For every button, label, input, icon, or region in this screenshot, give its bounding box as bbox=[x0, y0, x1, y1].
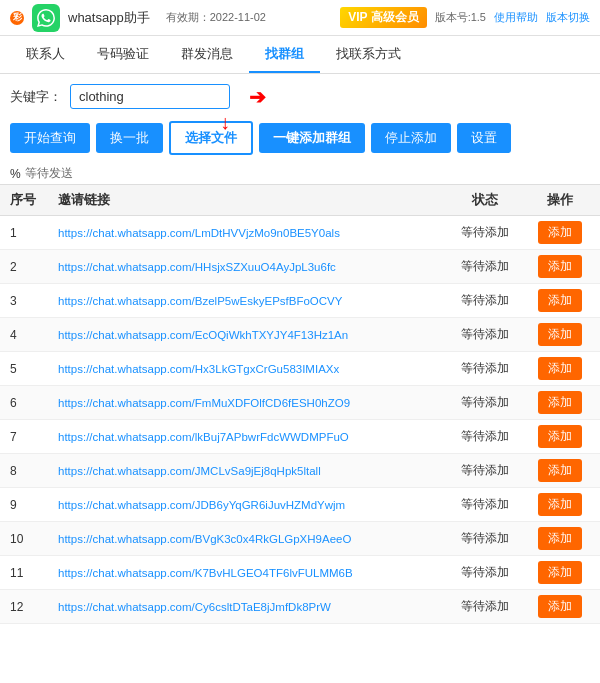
table-row: 11 https://chat.whatsapp.com/K7BvHLGEO4T… bbox=[0, 556, 600, 590]
row-num: 6 bbox=[10, 396, 58, 410]
row-num: 12 bbox=[10, 600, 58, 614]
row-link[interactable]: https://chat.whatsapp.com/BzelP5wEskyEPs… bbox=[58, 295, 440, 307]
tab-group-message[interactable]: 群发消息 bbox=[165, 37, 249, 73]
tab-contacts[interactable]: 联系人 bbox=[10, 37, 81, 73]
row-link[interactable]: https://chat.whatsapp.com/K7BvHLGEO4TF6l… bbox=[58, 567, 440, 579]
row-num: 7 bbox=[10, 430, 58, 444]
search-input-wrapper: ➔ bbox=[70, 84, 230, 109]
row-action: 添加 bbox=[530, 323, 590, 346]
stop-add-button[interactable]: 停止添加 bbox=[371, 123, 451, 153]
row-link[interactable]: https://chat.whatsapp.com/HHsjxSZXuuO4Ay… bbox=[58, 261, 440, 273]
row-link[interactable]: https://chat.whatsapp.com/Hx3LkGTgxCrGu5… bbox=[58, 363, 440, 375]
table-row: 2 https://chat.whatsapp.com/HHsjxSZXuuO4… bbox=[0, 250, 600, 284]
add-button[interactable]: 添加 bbox=[538, 289, 582, 312]
row-action: 添加 bbox=[530, 493, 590, 516]
buttons-row: 开始查询 换一批 选择文件 一键添加群组 停止添加 设置 ↓ bbox=[0, 115, 600, 163]
row-num: 5 bbox=[10, 362, 58, 376]
row-link[interactable]: https://chat.whatsapp.com/Cy6csltDTaE8jJ… bbox=[58, 601, 440, 613]
add-button[interactable]: 添加 bbox=[538, 391, 582, 414]
table-row: 12 https://chat.whatsapp.com/Cy6csltDTaE… bbox=[0, 590, 600, 624]
row-status: 等待添加 bbox=[440, 360, 530, 377]
row-link[interactable]: https://chat.whatsapp.com/JDB6yYqGR6iJuv… bbox=[58, 499, 440, 511]
row-num: 3 bbox=[10, 294, 58, 308]
row-num: 1 bbox=[10, 226, 58, 240]
add-button[interactable]: 添加 bbox=[538, 595, 582, 618]
arrow-indicator-1: ➔ bbox=[249, 85, 266, 109]
table-row: 10 https://chat.whatsapp.com/BVgK3c0x4Rk… bbox=[0, 522, 600, 556]
tab-find-contact[interactable]: 找联系方式 bbox=[320, 37, 417, 73]
table-row: 6 https://chat.whatsapp.com/FmMuXDFOlfCD… bbox=[0, 386, 600, 420]
row-link[interactable]: https://chat.whatsapp.com/lkBuj7APbwrFdc… bbox=[58, 431, 440, 443]
arrow-indicator-2: ↓ bbox=[220, 111, 230, 134]
row-link[interactable]: https://chat.whatsapp.com/BVgK3c0x4RkGLG… bbox=[58, 533, 440, 545]
version-info: 版本号:1.5 bbox=[435, 10, 486, 25]
row-action: 添加 bbox=[530, 391, 590, 414]
add-button[interactable]: 添加 bbox=[538, 459, 582, 482]
row-action: 添加 bbox=[530, 527, 590, 550]
add-button[interactable]: 添加 bbox=[538, 527, 582, 550]
row-status: 等待添加 bbox=[440, 564, 530, 581]
row-status: 等待添加 bbox=[440, 462, 530, 479]
add-button[interactable]: 添加 bbox=[538, 255, 582, 278]
row-action: 添加 bbox=[530, 289, 590, 312]
col-num: 序号 bbox=[10, 191, 58, 209]
top-bar-left: 彩 whatsapp助手 有效期：2022-11-02 bbox=[10, 4, 266, 32]
row-link[interactable]: https://chat.whatsapp.com/LmDtHVVjzMo9n0… bbox=[58, 227, 440, 239]
start-query-button[interactable]: 开始查询 bbox=[10, 123, 90, 153]
row-link[interactable]: https://chat.whatsapp.com/FmMuXDFOlfCD6f… bbox=[58, 397, 440, 409]
table-row: 9 https://chat.whatsapp.com/JDB6yYqGR6iJ… bbox=[0, 488, 600, 522]
tab-find-group[interactable]: 找群组 bbox=[249, 37, 320, 73]
row-status: 等待添加 bbox=[440, 598, 530, 615]
progress-pct: % bbox=[10, 167, 21, 181]
next-batch-button[interactable]: 换一批 bbox=[96, 123, 163, 153]
switch-link[interactable]: 版本切换 bbox=[546, 10, 590, 25]
row-status: 等待添加 bbox=[440, 258, 530, 275]
row-status: 等待添加 bbox=[440, 428, 530, 445]
row-num: 2 bbox=[10, 260, 58, 274]
row-action: 添加 bbox=[530, 459, 590, 482]
search-input[interactable] bbox=[70, 84, 230, 109]
col-link: 邀请链接 bbox=[58, 191, 440, 209]
row-action: 添加 bbox=[530, 561, 590, 584]
tab-number-verify[interactable]: 号码验证 bbox=[81, 37, 165, 73]
help-link[interactable]: 使用帮助 bbox=[494, 10, 538, 25]
top-bar-right: VIP 高级会员 版本号:1.5 使用帮助 版本切换 bbox=[340, 7, 590, 28]
row-num: 11 bbox=[10, 566, 58, 580]
select-file-button[interactable]: 选择文件 bbox=[169, 121, 253, 155]
top-bar: 彩 whatsapp助手 有效期：2022-11-02 VIP 高级会员 版本号… bbox=[0, 0, 600, 36]
search-area: 关键字： ➔ bbox=[0, 74, 600, 115]
row-status: 等待添加 bbox=[440, 326, 530, 343]
add-button[interactable]: 添加 bbox=[538, 493, 582, 516]
add-group-button[interactable]: 一键添加群组 bbox=[259, 123, 365, 153]
row-num: 10 bbox=[10, 532, 58, 546]
table-row: 5 https://chat.whatsapp.com/Hx3LkGTgxCrG… bbox=[0, 352, 600, 386]
table-row: 3 https://chat.whatsapp.com/BzelP5wEskyE… bbox=[0, 284, 600, 318]
table-row: 7 https://chat.whatsapp.com/lkBuj7APbwrF… bbox=[0, 420, 600, 454]
vip-badge: VIP 高级会员 bbox=[340, 7, 426, 28]
add-button[interactable]: 添加 bbox=[538, 425, 582, 448]
row-num: 9 bbox=[10, 498, 58, 512]
app-name: whatsapp助手 bbox=[68, 9, 150, 27]
table-row: 8 https://chat.whatsapp.com/JMCLvSa9jEj8… bbox=[0, 454, 600, 488]
table-header: 序号 邀请链接 状态 操作 bbox=[0, 184, 600, 216]
add-button[interactable]: 添加 bbox=[538, 323, 582, 346]
table-row: 1 https://chat.whatsapp.com/LmDtHVVjzMo9… bbox=[0, 216, 600, 250]
row-status: 等待添加 bbox=[440, 224, 530, 241]
row-link[interactable]: https://chat.whatsapp.com/EcOQiWkhTXYJY4… bbox=[58, 329, 440, 341]
row-num: 4 bbox=[10, 328, 58, 342]
row-status: 等待添加 bbox=[440, 292, 530, 309]
row-status: 等待添加 bbox=[440, 394, 530, 411]
col-action: 操作 bbox=[530, 191, 590, 209]
col-status: 状态 bbox=[440, 191, 530, 209]
validity-text: 有效期：2022-11-02 bbox=[166, 10, 266, 25]
whatsapp-icon bbox=[32, 4, 60, 32]
search-label: 关键字： bbox=[10, 88, 62, 106]
color-dot: 彩 bbox=[10, 11, 24, 25]
row-action: 添加 bbox=[530, 595, 590, 618]
settings-button[interactable]: 设置 bbox=[457, 123, 511, 153]
add-button[interactable]: 添加 bbox=[538, 357, 582, 380]
nav-tabs: 联系人 号码验证 群发消息 找群组 找联系方式 bbox=[0, 36, 600, 74]
add-button[interactable]: 添加 bbox=[538, 561, 582, 584]
add-button[interactable]: 添加 bbox=[538, 221, 582, 244]
row-link[interactable]: https://chat.whatsapp.com/JMCLvSa9jEj8qH… bbox=[58, 465, 440, 477]
